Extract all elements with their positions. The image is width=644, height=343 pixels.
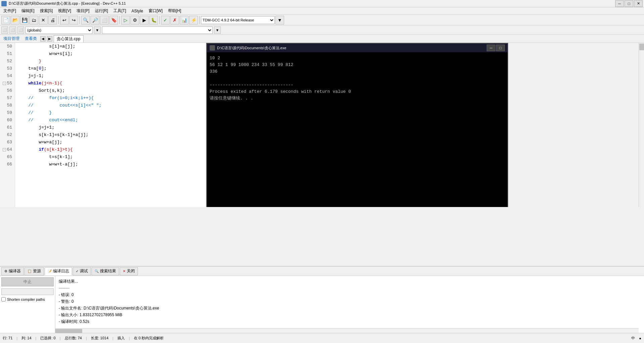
maximize-button[interactable]: □ — [625, 0, 633, 7]
debug-button[interactable]: 🐛 — [149, 16, 158, 24]
console-minimize[interactable]: ─ — [487, 45, 495, 51]
save-button[interactable]: 💾 — [20, 16, 29, 24]
console-line-4 — [210, 75, 505, 82]
compiler-dropdown-button[interactable]: ▼ — [275, 16, 284, 24]
close-file-button[interactable]: ✕ — [39, 16, 48, 24]
jump-button[interactable]: ⬜ — [100, 16, 109, 24]
window-title: D:\C语言\源代码\Documents\贪心算法.cpp - [Executi… — [9, 1, 126, 6]
menu-search[interactable]: 搜索[S] — [37, 7, 56, 14]
bottom-panel: ⚙ 编译器 📋 资源 📝 编译日志 ✓ 调试 🔍 搜索结果 ✕ 关闭 中止 — [0, 266, 644, 333]
code-line-53: t=a[0]; — [18, 65, 206, 72]
menu-tools[interactable]: 工具[T] — [111, 7, 129, 14]
code-lines[interactable]: s[i]=a[j]; w=w+s[i]; } t=a[0]; j=j-1; wh… — [15, 43, 206, 207]
toolbar-separator-1 — [58, 16, 59, 24]
code-line-59: // } — [18, 109, 206, 117]
compiler-select[interactable]: TDM-GCC 4.9.2 64-bit Release — [201, 16, 275, 24]
secondary-toolbar: ⬜ ⬜ ⬜ (globals) ▼ ▼ — [0, 25, 644, 35]
menu-view[interactable]: 视图[V] — [55, 7, 74, 14]
menu-project[interactable]: 项目[P] — [74, 7, 92, 14]
toolbar2-btn1[interactable]: ⬜ — [1, 26, 8, 34]
line-num-52: 52 — [0, 58, 13, 65]
replace-button[interactable]: 🔎 — [91, 16, 99, 24]
code-line-51: w=w+s[i]; — [18, 50, 206, 58]
console-line-continue: 请按任意键继续. . . — [210, 95, 505, 102]
menu-window[interactable]: 窗口[W] — [146, 7, 165, 14]
open-button[interactable]: 📂 — [11, 16, 19, 24]
console-title-bar: D:\C语言\源代码\Documents\贪心算法.exe ─ □ — [207, 44, 507, 52]
status-ime: 中 — [631, 336, 635, 341]
run-button[interactable]: ▶ — [140, 16, 149, 24]
toolbar2-btn2[interactable]: ⬜ — [9, 26, 16, 34]
compile-button[interactable]: ⚙ — [130, 16, 139, 24]
line-num-63: 63 — [0, 139, 13, 146]
menu-run[interactable]: 运行[R] — [92, 7, 111, 14]
compile-sep: -------- — [59, 285, 641, 291]
chart-button[interactable]: 📊 — [180, 16, 189, 24]
save-all-button[interactable]: 🗂 — [30, 16, 38, 24]
line-num-59: 59 — [0, 109, 13, 117]
check-button[interactable]: ✓ — [161, 16, 170, 24]
toolbar-separator-3 — [119, 16, 120, 24]
line-numbers: 50 51 52 53 54 -55 56 57 58 59 60 61 62 … — [0, 43, 15, 207]
undo-button[interactable]: ↩ — [60, 16, 69, 24]
code-line-60: // cout<<endl; — [18, 117, 206, 124]
find-button[interactable]: 🔍 — [81, 16, 90, 24]
code-editor: 50 51 52 53 54 -55 56 57 58 59 60 61 62 … — [0, 43, 206, 207]
method-dropdown[interactable]: ▼ — [214, 26, 221, 34]
menu-astyle[interactable]: AStyle — [129, 8, 146, 14]
compile-run-button[interactable]: ▷ — [121, 16, 130, 24]
line-num-65: 65 — [0, 153, 13, 161]
code-line-54: j=j-1; — [18, 72, 206, 80]
tab-compiler[interactable]: ⚙ 编译器 — [1, 267, 24, 275]
console-app-icon — [210, 45, 215, 51]
scope-select[interactable]: (globals) — [25, 26, 93, 34]
horizontal-scrollbar[interactable] — [55, 328, 639, 333]
bookmark-button[interactable]: 🔖 — [109, 16, 118, 24]
tab-resource[interactable]: 📋 资源 — [24, 267, 44, 275]
tab-compile-log[interactable]: 📝 编译日志 — [45, 267, 72, 275]
status-tray: ● — [639, 336, 641, 340]
minimize-button[interactable]: ─ — [615, 0, 624, 7]
menu-help[interactable]: 帮助[H] — [165, 7, 184, 14]
toolbar2-btn3[interactable]: ⬜ — [17, 26, 24, 34]
window-controls: ─ □ ✕ — [615, 0, 643, 7]
code-line-63: w=w+a[j]; — [18, 139, 206, 146]
menu-edit[interactable]: 编辑[E] — [19, 7, 37, 14]
code-line-52: } — [18, 58, 206, 65]
stop-button[interactable]: 中止 — [1, 277, 54, 286]
tab-search[interactable]: 🔍 搜索结果 — [92, 267, 119, 275]
bottom-tabs: ⚙ 编译器 📋 资源 📝 编译日志 ✓ 调试 🔍 搜索结果 ✕ 关闭 — [0, 267, 644, 276]
line-num-64: -64 — [0, 146, 13, 153]
shorten-paths-row: Shorten compiler paths — [1, 297, 54, 301]
close-button[interactable]: ✕ — [634, 0, 643, 7]
console-line-3: 336 — [210, 68, 505, 75]
status-total: 总行数: 74 — [65, 336, 82, 341]
code-line-65: t=s[k-1]; — [18, 153, 206, 161]
redo-button[interactable]: ↪ — [69, 16, 78, 24]
new-button[interactable]: 📄 — [1, 16, 10, 24]
profile-button[interactable]: ⚡ — [189, 16, 198, 24]
project-tab[interactable]: 项目管理 — [1, 35, 21, 42]
method-select[interactable] — [102, 26, 213, 34]
tab-close[interactable]: ✕ 关闭 — [120, 267, 138, 275]
console-line-2: 56 12 1 99 1000 234 33 55 99 812 — [210, 62, 505, 68]
class-tab[interactable]: 查看类 — [23, 35, 39, 42]
vertical-scrollbar[interactable] — [639, 43, 644, 207]
nav-forward[interactable]: ▶ — [47, 36, 52, 42]
line-num-57: 57 — [0, 94, 13, 102]
shorten-paths-checkbox[interactable] — [1, 297, 6, 301]
compile-output-size: - 输出大小: 1.83312702178955 MiB — [59, 312, 641, 318]
console-maximize[interactable]: □ — [496, 45, 505, 51]
scope-dropdown[interactable]: ▼ — [94, 26, 101, 34]
tab-debug-label: 调试 — [80, 268, 88, 274]
file-tab-active[interactable]: 贪心算法.cpp — [54, 35, 84, 43]
nav-back[interactable]: ◀ — [40, 36, 46, 42]
menu-file[interactable]: 文件[F] — [1, 7, 19, 14]
stop-button[interactable]: ✗ — [170, 16, 179, 24]
compile-time: - 编译时间: 0.52s — [59, 318, 641, 325]
line-num-66: 66 — [0, 161, 13, 168]
print-button[interactable]: 🖨 — [48, 16, 57, 24]
line-num-56: 56 — [0, 87, 13, 94]
tab-debug[interactable]: ✓ 调试 — [73, 267, 91, 275]
toolbar-separator-5 — [199, 16, 200, 24]
